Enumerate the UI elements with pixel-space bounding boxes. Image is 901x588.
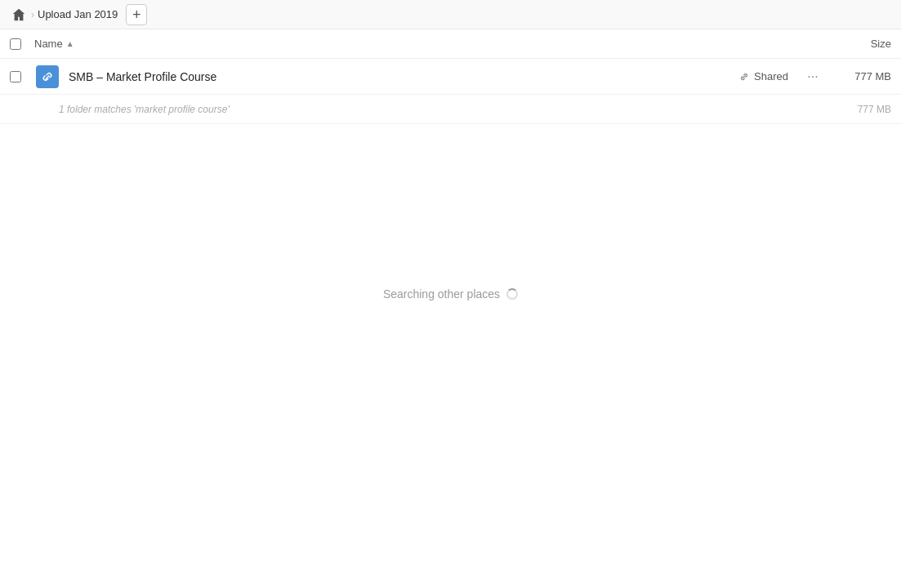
column-headers: Name ▲ Size [0,29,901,59]
file-name: SMB – Market Profile Course [69,70,738,83]
name-column-label: Name [34,38,63,50]
file-size: 777 MB [834,70,891,82]
sub-size: 777 MB [834,104,891,115]
sort-arrow-icon: ▲ [66,39,74,48]
breadcrumb-separator: › [31,9,34,20]
size-column-header[interactable]: Size [826,38,891,50]
file-icon-badge [36,65,59,88]
breadcrumb-title: Upload Jan 2019 [38,8,118,20]
searching-text: Searching other places [383,287,500,301]
breadcrumb-bar: › Upload Jan 2019 + [0,0,901,29]
searching-area: Searching other places [0,287,901,301]
row-checkbox[interactable] [10,71,21,82]
select-all-checkbox[interactable] [10,38,21,50]
more-options-button[interactable]: ··· [801,65,824,88]
name-column-header[interactable]: Name ▲ [34,38,826,50]
sub-info-row: 1 folder matches 'market profile course'… [0,95,901,124]
shared-badge: Shared [738,70,788,82]
home-button[interactable] [10,6,28,24]
file-row[interactable]: SMB – Market Profile Course Shared ··· 7… [0,59,901,95]
loading-spinner [506,288,518,300]
add-button[interactable]: + [126,4,147,25]
header-checkbox-col [10,38,34,50]
shared-label: Shared [754,70,788,82]
row-checkbox-col [10,71,34,82]
sub-info-text: 1 folder matches 'market profile course' [59,104,834,115]
shared-link-icon [738,71,750,82]
file-icon-wrap [34,64,60,90]
more-dots-icon: ··· [807,69,818,84]
link-icon [41,70,54,83]
